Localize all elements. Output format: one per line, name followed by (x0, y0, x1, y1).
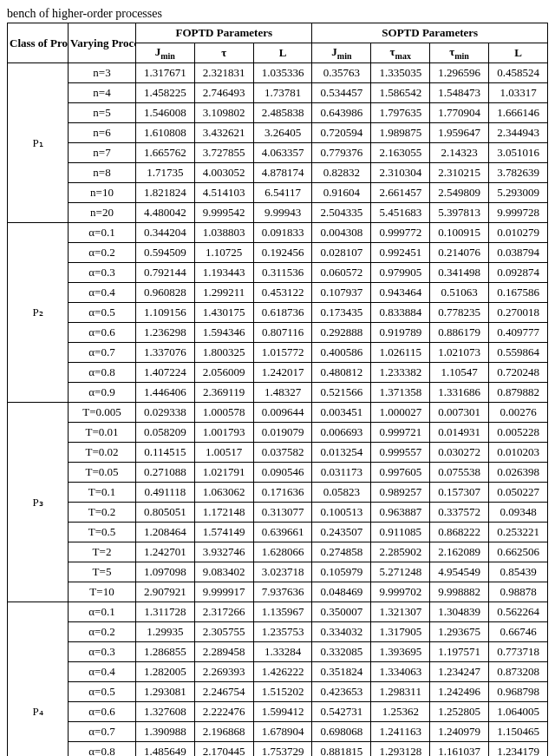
data-cell: 1.021073 (430, 343, 489, 363)
data-cell: 0.409777 (489, 323, 548, 343)
table-row: T=0.10.4911181.0630620.1716360.058230.98… (8, 483, 548, 503)
data-cell: 1.770904 (430, 103, 489, 123)
data-cell: 0.05823 (312, 483, 371, 503)
data-cell: 2.289458 (194, 642, 253, 662)
data-cell: 1.71735 (135, 163, 194, 183)
data-cell: 1.334063 (371, 662, 430, 682)
data-cell: 1.234247 (430, 662, 489, 682)
data-cell: α=0.5 (69, 682, 136, 702)
data-cell: 1.282005 (135, 662, 194, 682)
data-cell: 3.051016 (489, 143, 548, 163)
data-cell: 9.998882 (430, 582, 489, 602)
table-row: T=0.20.8050511.1721480.3130770.1005130.9… (8, 503, 548, 523)
data-cell: 0.09348 (489, 503, 548, 523)
data-cell: 0.999772 (371, 223, 430, 243)
table-row: n=51.5460083.1098022.4858380.6439861.797… (8, 103, 548, 123)
data-cell: 0.026398 (489, 463, 548, 483)
data-cell: 0.911085 (371, 523, 430, 542)
data-cell: 1.021791 (194, 463, 253, 483)
data-cell: 0.542731 (312, 702, 371, 722)
data-cell: 9.999702 (371, 582, 430, 602)
table-row: P₄α=0.11.3117282.3172661.1359670.3500071… (8, 602, 548, 622)
table-caption: bench of higher-order processes (7, 7, 548, 21)
hdr-f-jmin: Jmin (135, 43, 194, 63)
table-row: T=51.0970989.0834023.0237180.1059795.271… (8, 562, 548, 582)
data-cell: 1.293128 (371, 742, 430, 757)
table-row: α=0.71.3370761.8003251.0157720.4005861.0… (8, 343, 548, 363)
data-cell: 1.000027 (371, 403, 430, 423)
data-cell: 0.807116 (253, 323, 312, 343)
data-cell: n=5 (69, 103, 136, 123)
data-cell: 0.050227 (489, 483, 548, 503)
data-cell: 2.310304 (371, 163, 430, 183)
data-cell: 1.00517 (194, 443, 253, 463)
data-cell: 1.109156 (135, 303, 194, 323)
data-cell: 0.313077 (253, 503, 312, 523)
table-row: P₁n=31.3176712.3218311.0353360.357631.33… (8, 63, 548, 83)
data-cell: 5.293009 (489, 183, 548, 203)
data-cell: 2.310215 (430, 163, 489, 183)
data-cell: 1.821824 (135, 183, 194, 203)
data-cell: 9.083402 (194, 562, 253, 582)
data-cell: 0.058209 (135, 423, 194, 443)
data-cell: 0.030272 (430, 443, 489, 463)
data-cell: 0.778235 (430, 303, 489, 323)
data-cell: α=0.6 (69, 323, 136, 343)
data-cell: 0.192456 (253, 243, 312, 263)
data-cell: 0.999557 (371, 443, 430, 463)
data-cell: 0.98878 (489, 582, 548, 602)
data-cell: 0.341498 (430, 263, 489, 283)
data-cell: 9.999917 (194, 582, 253, 602)
data-cell: 1.574149 (194, 523, 253, 542)
data-cell: 1.242496 (430, 682, 489, 702)
data-cell: α=0.8 (69, 363, 136, 383)
data-cell: 1.331686 (430, 383, 489, 403)
table-row: α=0.91.4464062.3691191.483270.5215661.37… (8, 383, 548, 403)
data-cell: 1.064005 (489, 702, 548, 722)
data-cell: α=0.7 (69, 343, 136, 363)
data-cell: 0.311536 (253, 263, 312, 283)
data-cell: 1.233382 (371, 363, 430, 383)
data-cell: 1.242017 (253, 363, 312, 383)
data-cell: 1.026115 (371, 343, 430, 363)
data-cell: T=0.1 (69, 483, 136, 503)
data-cell: 0.963887 (371, 503, 430, 523)
table-row: n=101.8218244.5141036.541170.916042.6614… (8, 183, 548, 203)
hdr-s-l: L (489, 43, 548, 63)
data-cell: 7.937636 (253, 582, 312, 602)
data-cell: 0.453122 (253, 283, 312, 303)
hdr-varying: Varying Process Parameter (69, 23, 136, 63)
data-cell: 0.82832 (312, 163, 371, 183)
table-row: α=0.81.4856492.1704451.7537290.8818151.2… (8, 742, 548, 757)
data-cell: 0.534457 (312, 83, 371, 103)
data-cell: 0.662506 (489, 542, 548, 562)
data-cell: 0.00276 (489, 403, 548, 423)
data-cell: 2.369119 (194, 383, 253, 403)
data-cell: 0.100915 (430, 223, 489, 243)
data-cell: 2.661457 (371, 183, 430, 203)
data-cell: 1.234179 (489, 742, 548, 757)
table-row: α=0.51.1091561.4301750.6187360.1734350.8… (8, 303, 548, 323)
data-cell: 0.400586 (312, 343, 371, 363)
class-cell: P₃ (8, 403, 69, 602)
data-cell: 0.521566 (312, 383, 371, 403)
data-cell: 0.028107 (312, 243, 371, 263)
data-cell: 3.432621 (194, 123, 253, 143)
hdr-s-tmax: τmax (371, 43, 430, 63)
data-cell: α=0.7 (69, 722, 136, 742)
data-cell: 5.271248 (371, 562, 430, 582)
data-cell: 1.458225 (135, 83, 194, 103)
table-row: P₂α=0.10.3442041.0388030.0918330.0043080… (8, 223, 548, 243)
table-row: n=41.4582252.7464931.737810.5344571.5865… (8, 83, 548, 103)
data-cell: α=0.8 (69, 742, 136, 757)
data-cell: 0.105979 (312, 562, 371, 582)
data-cell: 1.430175 (194, 303, 253, 323)
data-cell: 1.515202 (253, 682, 312, 702)
class-cell: P₄ (8, 602, 69, 757)
data-cell: 1.000578 (194, 403, 253, 423)
table-row: n=71.6657623.7278554.0633570.7793762.163… (8, 143, 548, 163)
data-cell: 0.004308 (312, 223, 371, 243)
data-cell: 0.66746 (489, 622, 548, 642)
table-row: α=0.61.3276082.2224761.5994120.5427311.2… (8, 702, 548, 722)
data-cell: 0.060572 (312, 263, 371, 283)
